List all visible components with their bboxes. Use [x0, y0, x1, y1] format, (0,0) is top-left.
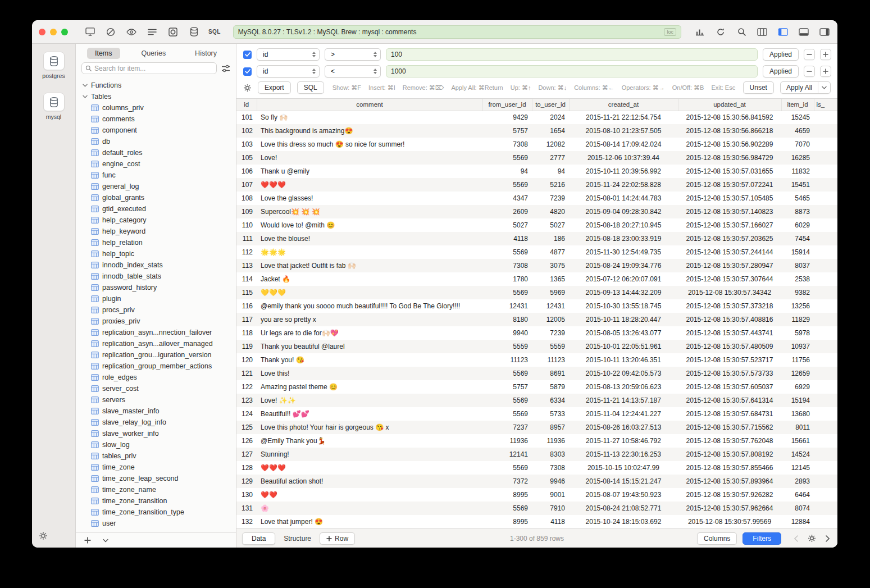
table-row[interactable]: 117 you are so pretty x 8180 12005 2015-…	[236, 313, 837, 326]
cell-updated-at[interactable]: 2015-12-08 15:30:57.962664	[678, 502, 781, 515]
cell-created-at[interactable]: 2015-09-04 09:28:30.842	[569, 205, 678, 218]
table-tree-item[interactable]: general_log	[76, 181, 236, 192]
cell-from-user-id[interactable]: 7308	[482, 138, 532, 151]
cell-id[interactable]: 122	[236, 380, 257, 394]
cell-comment[interactable]: 🌟🌟🌟	[257, 245, 482, 259]
cell-updated-at[interactable]: 2015-12-08 15:30:57.244144	[678, 245, 781, 259]
cell-id[interactable]: 132	[236, 515, 257, 528]
cell-is[interactable]	[814, 434, 837, 448]
table-row[interactable]: 125 Love this photo! Your hair is gorgeo…	[236, 421, 837, 434]
table-row[interactable]: 102 This background is amazing😍 5757 165…	[236, 124, 837, 138]
table-tree-item[interactable]: time_zone_transition	[76, 495, 236, 507]
cell-from-user-id[interactable]: 8180	[482, 313, 532, 326]
columns-button[interactable]: Columns	[697, 532, 737, 545]
cell-from-user-id[interactable]: 5569	[482, 461, 532, 475]
previous-page-icon[interactable]	[791, 534, 800, 544]
cell-id[interactable]: 129	[236, 475, 257, 488]
close-button[interactable]	[39, 29, 45, 35]
cell-from-user-id[interactable]: 5569	[482, 394, 532, 407]
cell-from-user-id[interactable]: 11123	[482, 353, 532, 367]
filter-enabled-checkbox[interactable]	[243, 67, 252, 76]
column-header-to-user-id[interactable]: to_user_id	[532, 99, 569, 111]
table-tree-item[interactable]: plugin	[76, 293, 236, 304]
cell-is[interactable]	[814, 515, 837, 528]
filter-operator-select[interactable]: <	[325, 65, 381, 78]
cell-updated-at[interactable]: 2015-12-08 15:30:57.715562	[678, 421, 781, 434]
filter-enabled-checkbox[interactable]	[243, 51, 252, 59]
cell-from-user-id[interactable]: 5569	[482, 245, 532, 259]
table-tree-item[interactable]: procs_priv	[76, 304, 236, 316]
cell-comment[interactable]: Love! ✨✨	[257, 394, 482, 407]
table-row[interactable]: 109 Supercool💥 💥 💥 2609 4820 2015-09-04 …	[236, 205, 837, 218]
cell-id[interactable]: 109	[236, 205, 257, 218]
cell-from-user-id[interactable]: 12431	[482, 299, 532, 313]
cell-comment[interactable]: ❤️❤️	[257, 488, 482, 502]
cell-created-at[interactable]: 2015-08-18 20:27:10.945	[569, 218, 678, 232]
table-row[interactable]: 132 Love that jumper! 😍 8995 4118 2015-1…	[236, 515, 837, 528]
applied-button[interactable]: Applied	[763, 65, 799, 78]
disconnect-icon[interactable]	[104, 26, 117, 38]
chevron-down-icon[interactable]	[99, 535, 112, 545]
cell-updated-at[interactable]: 2015-12-08 15:30:57.443741	[678, 326, 781, 340]
cell-is[interactable]	[814, 232, 837, 245]
table-row[interactable]: 113 Love that jacket! Outfit is fab 🙌🏻 7…	[236, 259, 837, 272]
tab-structure[interactable]: Structure	[280, 535, 315, 543]
cell-is[interactable]	[814, 218, 837, 232]
cell-comment[interactable]: Love the glasses!	[257, 192, 482, 205]
cell-created-at[interactable]: 2015-10-11 13:20:46.351	[569, 353, 678, 367]
cell-item-id[interactable]: 2538	[781, 272, 814, 286]
cell-comment[interactable]: So fly 🙌🏻	[257, 111, 482, 124]
connection-item[interactable]: mysql	[43, 93, 65, 120]
cell-created-at[interactable]: 2015-10-01 22:05:51.961	[569, 340, 678, 353]
tree-section-functions[interactable]: Functions	[76, 80, 236, 91]
table-row[interactable]: 130 ❤️❤️ 8995 9001 2015-08-07 19:43:50.9…	[236, 488, 837, 502]
cell-updated-at[interactable]: 2015-12-08 15:30:57.684731	[678, 407, 781, 421]
table-tree-item[interactable]: replication_group_member_actions	[76, 361, 236, 372]
cell-from-user-id[interactable]: 8995	[482, 515, 532, 528]
cell-id[interactable]: 107	[236, 178, 257, 192]
tab-data[interactable]: Data	[242, 532, 275, 545]
cell-created-at[interactable]: 2015-10-15 10:02:47.99	[569, 461, 678, 475]
cell-is[interactable]	[814, 421, 837, 434]
filter-column-select[interactable]: id	[257, 48, 320, 61]
table-row[interactable]: 118 Ur legs are to die for🙌🏻💖 9940 7239 …	[236, 326, 837, 340]
cell-to-user-id[interactable]: 8957	[532, 421, 569, 434]
cell-id[interactable]: 118	[236, 326, 257, 340]
cell-is[interactable]	[814, 502, 837, 515]
cell-to-user-id[interactable]: 5027	[532, 218, 569, 232]
cell-from-user-id[interactable]: 5757	[482, 124, 532, 138]
add-row-button[interactable]: Row	[320, 532, 355, 545]
cell-to-user-id[interactable]: 12005	[532, 313, 569, 326]
table-row[interactable]: 110 Would love to! @mith 😊 5027 5027 201…	[236, 218, 837, 232]
column-header-from-user-id[interactable]: from_user_id	[482, 99, 532, 111]
table-tree-item[interactable]: innodb_table_stats	[76, 271, 236, 282]
cell-from-user-id[interactable]: 7372	[482, 475, 532, 488]
table-row[interactable]: 121 Love this! 5569 8691 2015-10-22 09:4…	[236, 367, 837, 380]
table-tree-item[interactable]: user	[76, 518, 236, 529]
cell-created-at[interactable]: 2015-08-13 20:59:06.623	[569, 380, 678, 394]
applied-button[interactable]: Applied	[763, 48, 799, 61]
cell-is[interactable]	[814, 138, 837, 151]
cell-to-user-id[interactable]: 8303	[532, 448, 569, 461]
cell-from-user-id[interactable]: 9940	[482, 326, 532, 340]
cell-created-at[interactable]: 2015-08-18 23:00:33.919	[569, 232, 678, 245]
cell-is[interactable]	[814, 380, 837, 394]
cell-from-user-id[interactable]: 1780	[482, 272, 532, 286]
table-tree-item[interactable]: comments	[76, 113, 236, 125]
cell-item-id[interactable]: 10937	[781, 340, 814, 353]
cell-created-at[interactable]: 2015-08-10 21:23:57.505	[569, 124, 678, 138]
cell-id[interactable]: 103	[236, 138, 257, 151]
table-row[interactable]: 101 So fly 🙌🏻 9429 2024 2015-11-21 22:12…	[236, 111, 837, 124]
cell-id[interactable]: 112	[236, 245, 257, 259]
cell-item-id[interactable]: 2893	[781, 475, 814, 488]
cell-item-id[interactable]: 4659	[781, 124, 814, 138]
table-row[interactable]: 120 Thank you! 😘 11123 11123 2015-10-11 …	[236, 353, 837, 367]
cell-comment[interactable]: Love!	[257, 151, 482, 165]
cell-from-user-id[interactable]: 9429	[482, 111, 532, 124]
vault-icon[interactable]	[167, 26, 179, 38]
connection-item[interactable]: postgres	[42, 52, 65, 79]
cell-item-id[interactable]: 11756	[781, 353, 814, 367]
cell-is[interactable]	[814, 151, 837, 165]
cell-created-at[interactable]: 2015-08-14 17:09:42.024	[569, 138, 678, 151]
table-tree-item[interactable]: slave_worker_info	[76, 428, 236, 439]
